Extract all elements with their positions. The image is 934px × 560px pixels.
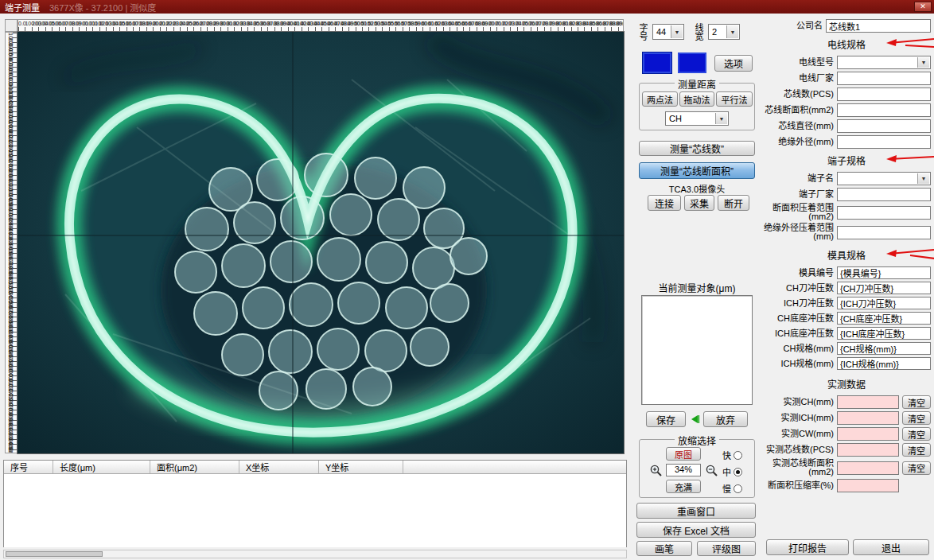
radio-icon[interactable] xyxy=(734,484,742,493)
field-row: 模具编号 xyxy=(762,266,931,279)
grade-chart-button[interactable]: 评级图 xyxy=(697,541,756,556)
wire-maker-input[interactable] xyxy=(837,72,931,85)
ich-spec-input[interactable] xyxy=(837,357,931,370)
red-arrow-annotation xyxy=(878,37,934,49)
ich-base-count-input[interactable] xyxy=(837,327,931,340)
terminal-spec-title: 端子规格 xyxy=(762,154,931,167)
clear-button[interactable]: 清空 xyxy=(902,411,931,425)
ruler-corner xyxy=(5,19,18,32)
measured-core-area-input[interactable] xyxy=(837,461,899,475)
company-row: 公司名 xyxy=(762,19,931,33)
field-row: 实测ICH(mm) 清空 xyxy=(762,411,931,425)
v-ruler: 100.0200.0300.0400.0500.0600.0700.0800.0… xyxy=(5,32,18,453)
field-row: 芯线直径(mm) xyxy=(762,119,931,133)
line-width-select[interactable]: 2▼ xyxy=(708,24,740,40)
chevron-down-icon[interactable]: ▼ xyxy=(715,113,727,124)
green-arrow-icon xyxy=(689,414,700,425)
radio-selected-icon[interactable] xyxy=(734,468,742,476)
field-row: 芯线断面积(mm2) xyxy=(762,103,931,117)
measured-ch-input[interactable] xyxy=(837,395,899,409)
redraw-window-button[interactable]: 重画窗口 xyxy=(636,503,756,519)
original-size-button[interactable]: 原图 xyxy=(666,447,701,461)
clear-button[interactable]: 清空 xyxy=(902,427,931,441)
measured-core-count-input[interactable] xyxy=(837,443,899,457)
mold-spec-title: 模具规格 xyxy=(762,248,931,262)
connect-button[interactable]: 连接 xyxy=(648,195,681,211)
field-row: 绝缘外径压着范围(mm) xyxy=(762,224,931,241)
results-table-body[interactable] xyxy=(4,474,626,547)
zoom-in-icon[interactable] xyxy=(649,464,663,477)
company-input[interactable] xyxy=(826,19,931,33)
disconnect-button[interactable]: 断开 xyxy=(718,195,749,211)
company-label: 公司名 xyxy=(784,21,823,30)
speed-fast-radio[interactable]: 快 xyxy=(722,449,742,461)
discard-button[interactable]: 放弃 xyxy=(703,411,748,427)
core-area-input[interactable] xyxy=(837,103,931,117)
chevron-down-icon[interactable]: ▼ xyxy=(917,173,929,184)
red-arrow-annotation xyxy=(878,153,934,165)
radio-icon[interactable] xyxy=(734,451,742,460)
capture-button[interactable]: 采集 xyxy=(684,195,714,211)
ch-base-count-input[interactable] xyxy=(837,312,931,325)
wire-model-select[interactable]: ▼ xyxy=(837,56,931,69)
ch-blade-count-input[interactable] xyxy=(837,282,931,294)
measured-data-title: 实测数据 xyxy=(762,377,931,391)
titlebar: 端子测量 3677X像 - 37.2100 | 测似度 xyxy=(0,0,934,14)
clear-button[interactable]: 清空 xyxy=(902,461,931,475)
clear-button[interactable]: 清空 xyxy=(902,443,931,457)
chevron-down-icon[interactable]: ▼ xyxy=(917,57,929,68)
mold-number-input[interactable] xyxy=(837,266,931,279)
h-ruler-ticks xyxy=(18,27,623,31)
window-title: 端子测量 xyxy=(5,1,40,14)
ich-blade-count-input[interactable] xyxy=(837,297,931,309)
field-row: 电线厂家 xyxy=(762,72,931,85)
measured-cw-input[interactable] xyxy=(837,427,899,441)
save-excel-button[interactable]: 保存 Excel 文档 xyxy=(636,522,756,538)
print-report-button[interactable]: 打印报告 xyxy=(766,539,849,555)
color-swatch-secondary[interactable] xyxy=(678,52,706,73)
ch-spec-input[interactable] xyxy=(837,342,931,355)
insulation-crimp-range-input[interactable] xyxy=(837,226,931,239)
core-diameter-input[interactable] xyxy=(837,119,931,133)
terminal-maker-input[interactable] xyxy=(837,188,931,201)
scrollbar-thumb[interactable] xyxy=(6,551,103,557)
current-object-list[interactable] xyxy=(641,295,753,405)
field-row: CH刀冲压数 xyxy=(762,282,931,294)
image-viewport[interactable] xyxy=(18,32,624,453)
speed-slow-radio[interactable]: 慢 xyxy=(722,482,742,495)
options-button[interactable]: 选项 xyxy=(714,55,753,72)
close-icon[interactable]: ✕ xyxy=(914,2,932,12)
horizontal-scrollbar[interactable] xyxy=(3,550,627,558)
field-row: 端子名 ▼ xyxy=(762,172,931,185)
zoom-percent-value[interactable]: 34% xyxy=(666,464,701,476)
zoom-out-icon[interactable] xyxy=(705,464,718,477)
font-size-select[interactable]: 44▼ xyxy=(652,24,684,40)
drag-method-button[interactable]: 拖动法 xyxy=(679,91,714,107)
clear-button[interactable]: 清空 xyxy=(902,395,931,409)
wire-spec-title: 电线规格 xyxy=(762,37,931,51)
field-row: ICH刀冲压数 xyxy=(762,297,931,309)
terminal-name-select[interactable]: ▼ xyxy=(837,172,931,185)
core-count-input[interactable] xyxy=(837,88,931,101)
fit-button[interactable]: 充满 xyxy=(666,480,701,493)
font-size-label: 字号 xyxy=(638,24,649,41)
pen-button[interactable]: 画笔 xyxy=(636,541,692,556)
results-table: 序号 长度(μm) 面积(μm2) X坐标 Y坐标 xyxy=(3,460,627,547)
exit-button[interactable]: 退出 xyxy=(853,539,929,555)
parallel-method-button[interactable]: 平行法 xyxy=(716,91,753,107)
ch-select[interactable]: CH▼ xyxy=(665,111,729,126)
field-row: 实测芯线数(PCS) 清空 xyxy=(762,443,931,457)
measure-core-count-button[interactable]: 测量“芯线数” xyxy=(639,141,755,156)
measured-ich-input[interactable] xyxy=(837,411,899,425)
insulation-od-input[interactable] xyxy=(837,135,931,149)
measure-core-area-button[interactable]: 测量“芯线断面积” xyxy=(639,162,755,179)
field-row: 绝缘外径(mm) xyxy=(762,135,931,149)
speed-mid-radio[interactable]: 中 xyxy=(722,465,742,478)
chevron-down-icon[interactable]: ▼ xyxy=(726,25,738,38)
save-button[interactable]: 保存 xyxy=(646,411,686,427)
compression-ratio-input[interactable] xyxy=(837,479,899,492)
chevron-down-icon[interactable]: ▼ xyxy=(671,25,683,38)
color-swatch-primary[interactable] xyxy=(643,52,671,73)
two-point-method-button[interactable]: 两点法 xyxy=(642,91,678,107)
crimp-area-range-input[interactable] xyxy=(837,206,931,220)
